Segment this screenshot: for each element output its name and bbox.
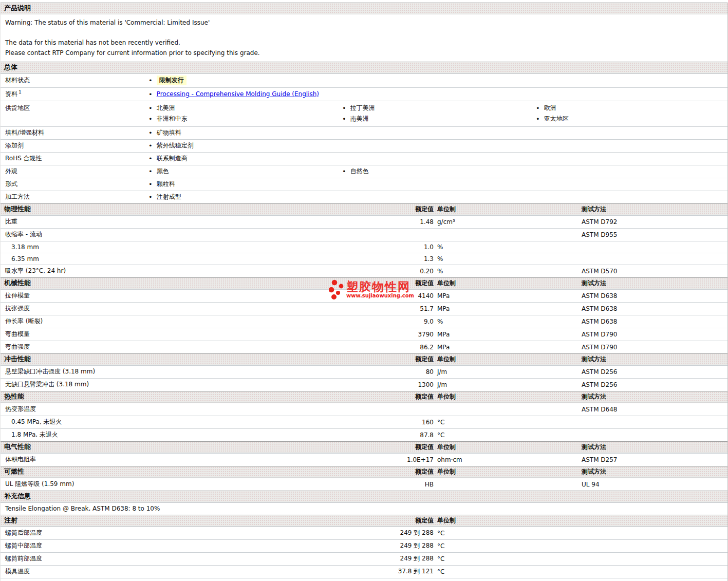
property-value: 9.0 — [424, 318, 434, 325]
section-title: 补充信息 — [1, 492, 31, 500]
column-header-unit: 单位制 — [434, 355, 578, 364]
property-label: RoHS 合规性 — [1, 154, 144, 163]
property-unit: MPa — [434, 344, 578, 351]
overview-row-form: 形式 •颗粒料 — [1, 178, 727, 191]
list-item: •注射成型 — [144, 193, 338, 201]
property-label: 模具温度 — [1, 567, 379, 576]
property-method: ASTM D638 — [578, 318, 727, 325]
bullet-icon: • — [148, 129, 153, 136]
section-title: 冲击性能 — [1, 354, 379, 364]
property-row: 抗张强度 51.7 MPa ASTM D638 — [1, 302, 727, 315]
section-overview-header: 总体 — [1, 62, 727, 73]
property-row: 收缩率 - 流动 ASTM D955 — [1, 228, 727, 241]
overview-row-resources: 资料1 • Processing - Comprehensive Molding… — [1, 87, 727, 101]
column-header-value: 额定值 — [379, 205, 434, 214]
property-row: 螺筒中部温度 249 到 288 °C — [1, 539, 727, 552]
property-unit: J/m — [434, 381, 578, 388]
property-label: 外观 — [1, 167, 144, 176]
list-item: •联系制造商 — [144, 154, 338, 163]
bullet-icon: • — [148, 155, 153, 162]
property-label: 热变形温度 — [1, 405, 379, 414]
warning-line: Warning: The status of this material is … — [5, 14, 727, 27]
column-header-unit: 单位制 — [434, 392, 578, 401]
property-row: 注塑温度 103 到 138 MPa — [1, 578, 727, 581]
column-header-unit: 单位制 — [434, 467, 578, 476]
property-row: 3.18 mm 1.0 % — [1, 241, 727, 253]
property-label: 伸长率 (断裂) — [1, 317, 379, 326]
list-item: •黑色 — [144, 167, 338, 176]
list-item: • 限制发行 — [144, 76, 338, 85]
property-value: 160 — [422, 419, 434, 426]
bullet-icon: • — [148, 181, 153, 188]
property-method: ASTM D256 — [578, 368, 727, 376]
property-unit: MPa — [434, 305, 578, 312]
section-electrical-header: 电气性能 额定值 单位制 测试方法 — [1, 441, 727, 453]
property-unit: MPa — [434, 331, 578, 338]
property-row: 悬壁梁缺口冲击强度 (3.18 mm) 80 J/m ASTM D256 — [1, 365, 727, 378]
property-value: 1300 — [418, 381, 434, 388]
column-header-value: 额定值 — [379, 279, 434, 288]
property-unit: °C — [434, 568, 578, 575]
property-label: 收缩率 - 流动 — [1, 230, 379, 239]
property-unit: MPa — [434, 292, 578, 299]
bullet-icon: • — [148, 77, 153, 84]
property-label: 添加剂 — [1, 141, 144, 150]
property-label: 加工方法 — [1, 193, 144, 201]
property-value: 249 到 288 — [400, 541, 434, 550]
section-title: 电气性能 — [1, 442, 379, 452]
section-flammability-header: 可燃性 额定值 单位制 测试方法 — [1, 466, 727, 478]
property-row: 体积电阻率 1.0E+17 ohm·cm ASTM D257 — [1, 453, 727, 466]
property-method: ASTM D790 — [578, 331, 727, 338]
section-product-description-header: 产品说明 — [1, 3, 727, 14]
property-value: 37.8 到 121 — [398, 567, 434, 576]
property-value: 0.20 — [420, 268, 434, 275]
property-label: 1.8 MPa, 未退火 — [1, 430, 379, 439]
property-unit: % — [434, 268, 578, 275]
overview-row-material-status: 材料状态 • 限制发行 — [1, 73, 727, 87]
property-unit: ohm·cm — [434, 456, 578, 463]
property-row: 模具温度 37.8 到 121 °C — [1, 565, 727, 578]
property-label: 资料1 — [1, 89, 144, 99]
property-row: 热变形温度 ASTM D648 — [1, 403, 727, 416]
property-unit: °C — [434, 530, 578, 537]
warning-block: Warning: The status of this material is … — [1, 14, 727, 62]
property-value: 4140 — [418, 292, 434, 299]
property-method: UL 94 — [578, 481, 727, 488]
list-item: • Processing - Comprehensive Molding Gui… — [144, 90, 338, 98]
column-header-method: 测试方法 — [578, 205, 727, 214]
property-row: 螺筒前部温度 249 到 288 °C — [1, 552, 727, 565]
column-header-unit: 单位制 — [434, 205, 578, 214]
property-label: 填料/增强材料 — [1, 128, 144, 137]
property-label: 供货地区 — [1, 103, 144, 113]
list-item: •颗粒料 — [144, 180, 338, 189]
bullet-icon: • — [148, 116, 153, 122]
property-unit: % — [434, 318, 578, 325]
column-header-value: 额定值 — [379, 467, 434, 476]
property-value: 1.3 — [424, 255, 434, 263]
property-value: HB — [425, 481, 434, 488]
property-row: 无缺口悬臂梁冲击 (3.18 mm) 1300 J/m ASTM D256 — [1, 378, 727, 391]
property-unit: J/m — [434, 368, 578, 376]
property-method: ASTM D570 — [578, 268, 727, 275]
property-value: 80 — [426, 368, 434, 376]
property-label: 弯曲强度 — [1, 343, 379, 351]
section-injection-header: 注射 额定值 单位制 — [1, 515, 727, 527]
property-unit: % — [434, 255, 578, 263]
property-row: 比重 1.48 g/cm³ ASTM D792 — [1, 215, 727, 228]
property-unit: °C — [434, 432, 578, 439]
property-value: 1.48 — [420, 218, 434, 226]
property-value: 1.0E+17 — [407, 456, 434, 463]
datasheet-table: 产品说明 Warning: The status of this materia… — [0, 3, 728, 581]
property-label: 无缺口悬臂梁冲击 (3.18 mm) — [1, 380, 379, 389]
supplemental-note: Tensile Elongation @ Break, ASTM D638: 8… — [1, 502, 727, 515]
molding-guide-link[interactable]: Processing - Comprehensive Molding Guide… — [157, 90, 319, 98]
property-row: 拉伸模量 4140 MPa ASTM D638 — [1, 289, 727, 302]
section-title: 总体 — [1, 63, 17, 71]
section-title: 可燃性 — [1, 467, 379, 476]
property-value: 86.2 — [420, 344, 434, 351]
property-unit: g/cm³ — [434, 218, 578, 226]
bullet-icon: • — [536, 116, 540, 122]
bullet-icon: • — [148, 91, 153, 98]
property-row: 弯曲强度 86.2 MPa ASTM D790 — [1, 341, 727, 353]
list-item: •南美洲 — [338, 114, 532, 124]
